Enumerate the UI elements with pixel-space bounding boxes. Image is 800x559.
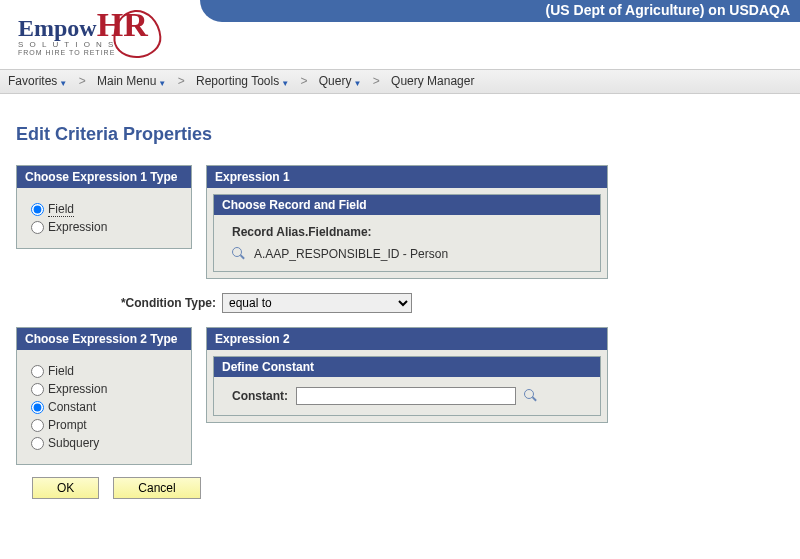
radio-exp2-field[interactable] — [31, 365, 44, 378]
panel-header: Expression 2 — [207, 328, 607, 350]
radio-exp2-prompt[interactable] — [31, 419, 44, 432]
breadcrumb-query-manager[interactable]: Query Manager — [391, 74, 474, 88]
record-alias-label: Record Alias.Fieldname: — [232, 225, 582, 239]
inner-header: Define Constant — [214, 357, 600, 377]
panel-expression2-type: Choose Expression 2 Type Field Expressio… — [16, 327, 192, 465]
radio-exp2-subquery[interactable] — [31, 437, 44, 450]
breadcrumb: Favorites▼ > Main Menu▼ > Reporting Tool… — [0, 70, 800, 94]
breadcrumb-reporting-tools[interactable]: Reporting Tools — [196, 74, 279, 88]
ok-button[interactable]: OK — [32, 477, 99, 499]
radio-label[interactable]: Subquery — [48, 436, 99, 450]
radio-label[interactable]: Prompt — [48, 418, 87, 432]
panel-expression2: Expression 2 Define Constant Constant: — [206, 327, 608, 423]
app-header: (US Dept of Agriculture) on USDAQA Empow… — [0, 0, 800, 70]
record-alias-value: A.AAP_RESPONSIBLE_ID - Person — [254, 247, 448, 261]
breadcrumb-query[interactable]: Query — [319, 74, 352, 88]
panel-header: Choose Expression 2 Type — [17, 328, 191, 350]
panel-header: Choose Expression 1 Type — [17, 166, 191, 188]
constant-label: Constant: — [232, 389, 288, 403]
logo: EmpowHR S O L U T I O N S FROM HIRE TO R… — [18, 6, 148, 56]
radio-exp1-expression[interactable] — [31, 221, 44, 234]
radio-label[interactable]: Constant — [48, 400, 96, 414]
breadcrumb-favorites[interactable]: Favorites — [8, 74, 57, 88]
radio-label-field[interactable]: Field — [48, 202, 74, 216]
radio-exp2-constant[interactable] — [31, 401, 44, 414]
radio-exp2-expression[interactable] — [31, 383, 44, 396]
breadcrumb-main-menu[interactable]: Main Menu — [97, 74, 156, 88]
lookup-icon[interactable] — [524, 389, 538, 403]
page-title: Edit Criteria Properties — [16, 124, 784, 145]
panel-expression1: Expression 1 Choose Record and Field Rec… — [206, 165, 608, 279]
radio-label[interactable]: Expression — [48, 382, 107, 396]
lookup-icon[interactable] — [232, 247, 246, 261]
define-constant-box: Define Constant Constant: — [213, 356, 601, 416]
condition-type-label: *Condition Type: — [16, 296, 216, 310]
cancel-button[interactable]: Cancel — [113, 477, 200, 499]
constant-input[interactable] — [296, 387, 516, 405]
inner-header: Choose Record and Field — [214, 195, 600, 215]
radio-label-expression[interactable]: Expression — [48, 220, 107, 234]
panel-expression1-type: Choose Expression 1 Type Field Expressio… — [16, 165, 192, 249]
radio-label[interactable]: Field — [48, 364, 74, 378]
org-title: (US Dept of Agriculture) on USDAQA — [200, 0, 800, 22]
condition-type-select[interactable]: equal to — [222, 293, 412, 313]
panel-header: Expression 1 — [207, 166, 607, 188]
radio-exp1-field[interactable] — [31, 203, 44, 216]
choose-record-field-box: Choose Record and Field Record Alias.Fie… — [213, 194, 601, 272]
